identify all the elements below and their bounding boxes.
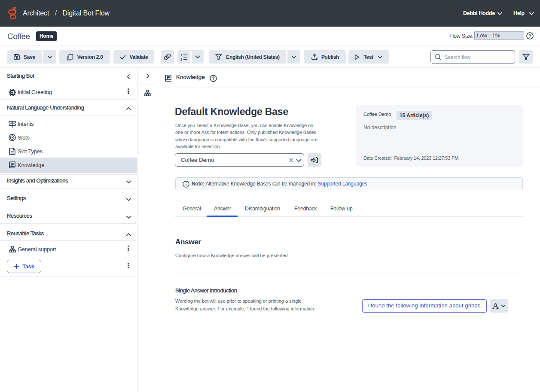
svg-text:1: 1 — [180, 54, 182, 57]
svg-text:2: 2 — [180, 58, 182, 60]
svg-text:?: ? — [528, 33, 531, 39]
svg-text:?: ? — [212, 76, 214, 81]
